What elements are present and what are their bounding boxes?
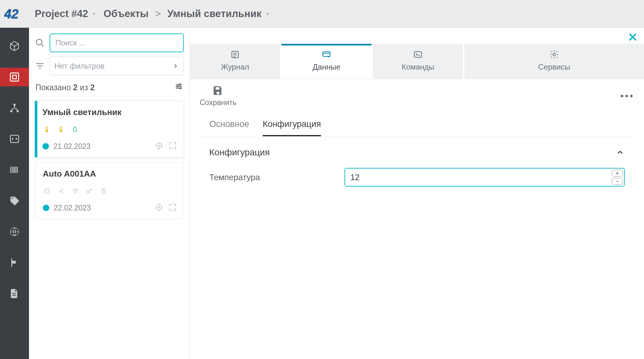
rail-item-cube[interactable] [0,37,29,55]
breadcrumb-current[interactable]: Умный светильник [167,8,270,20]
gauge-icon [43,186,51,196]
breadcrumb-project[interactable]: Project #42 [35,8,97,20]
step-up-button[interactable]: + [612,170,623,177]
close-button[interactable] [627,32,638,44]
tab-journal[interactable]: Журнал [190,44,280,79]
chevron-right-icon [172,63,179,70]
gear-icon [549,50,560,59]
filter-select[interactable]: Нет фильтров [50,57,184,75]
svg-rect-7 [10,167,11,173]
svg-point-17 [177,86,178,87]
svg-rect-26 [102,190,106,193]
svg-rect-13 [12,293,16,294]
svg-rect-1 [10,73,19,81]
caret-down-icon [91,11,97,17]
temperature-input[interactable] [345,168,625,187]
count-shown: 2 [73,83,78,92]
svg-point-5 [16,110,19,112]
section-header[interactable]: Конфигурация [200,136,634,165]
chevron-up-icon [616,148,625,157]
save-icon [212,85,224,96]
tab-data[interactable]: Данные [281,44,372,79]
topbar: 42 Project #42 Объекты > Умный светильни… [0,0,644,28]
caret-down-icon [265,11,270,17]
filter-icon [35,61,45,71]
breadcrumb: Project #42 Объекты > Умный светильник [35,8,270,20]
card-status-icons [43,186,177,196]
more-button[interactable]: ••• [620,91,634,102]
subtab-config[interactable]: Конфигурация [263,119,321,136]
breadcrumb-current-label: Умный светильник [167,8,261,20]
nav-rail [0,28,29,359]
list-count: Показано 2 из 2 [35,80,184,96]
terminal-icon [412,50,423,59]
thermometer-icon [43,124,51,134]
tab-label: Сервисы [538,63,570,72]
subtab-main[interactable]: Основное [209,119,249,136]
wifi-icon [71,186,80,196]
svg-point-16 [179,84,181,85]
svg-rect-6 [10,135,19,143]
droplet-icon [71,124,79,134]
svg-point-28 [158,207,160,208]
expand-icon[interactable] [168,203,177,213]
svg-rect-10 [15,167,16,173]
tune-icon[interactable] [174,82,183,93]
field-label: Температура [209,172,332,182]
breadcrumb-project-label: Project #42 [35,8,88,20]
breadcrumb-objects[interactable]: Объекты [103,8,148,20]
search-icon [35,38,45,48]
count-prefix: Показано [35,83,71,92]
card-date: 21.02.2023 [53,142,90,151]
list-panel: Нет фильтров Показано 2 из 2 Умный свети… [29,28,190,359]
svg-rect-9 [14,167,15,173]
step-down-button[interactable]: − [612,178,623,185]
thermometer-icon [57,124,65,134]
svg-rect-2 [13,75,16,79]
list-icon [230,50,241,59]
rail-item-tag[interactable] [0,191,29,210]
svg-rect-11 [17,167,18,173]
app-logo: 42 [0,0,29,28]
tab-commands[interactable]: Команды [373,44,463,79]
count-total: 2 [90,83,95,92]
svg-point-18 [180,88,182,89]
rail-item-code[interactable] [0,130,29,148]
rail-item-globe[interactable] [0,222,29,241]
status-dot [43,205,49,211]
svg-point-4 [10,110,13,112]
search-input[interactable] [50,34,184,52]
rail-item-document[interactable] [0,284,29,303]
svg-point-25 [87,190,90,193]
section-title: Конфигурация [209,147,270,158]
filter-placeholder: Нет фильтров [54,62,105,71]
list-item[interactable]: Auto A001AA 22.02.2023 [35,162,184,219]
card-status-icons [43,124,177,134]
svg-point-32 [553,53,555,56]
expand-icon[interactable] [168,141,177,151]
svg-rect-30 [323,52,330,56]
detail-pane: Журнал Данные Команды Сервисы [190,28,644,359]
tab-label: Данные [313,63,341,72]
breadcrumb-separator: > [155,8,161,20]
rail-item-hierarchy[interactable] [0,99,29,117]
tab-label: Журнал [221,63,249,72]
save-button[interactable]: Сохранить [200,85,236,107]
locate-icon[interactable] [155,141,164,151]
rail-item-flag[interactable] [0,253,29,272]
svg-point-15 [36,39,42,45]
count-of: из [80,83,88,92]
svg-text:42: 42 [4,7,19,21]
tab-label: Команды [402,63,434,72]
rail-item-barcode[interactable] [0,160,29,179]
rail-item-objects[interactable] [0,68,29,86]
tab-services[interactable]: Сервисы [464,44,644,79]
list-item[interactable]: Умный светильник 21.02.2023 [35,101,184,158]
locate-icon[interactable] [155,203,164,213]
save-label: Сохранить [200,98,236,107]
svg-point-20 [60,130,61,131]
card-edit-icon [321,50,332,59]
breadcrumb-objects-label: Объекты [103,8,148,20]
card-date: 22.02.2023 [54,204,91,212]
svg-point-24 [75,193,76,193]
